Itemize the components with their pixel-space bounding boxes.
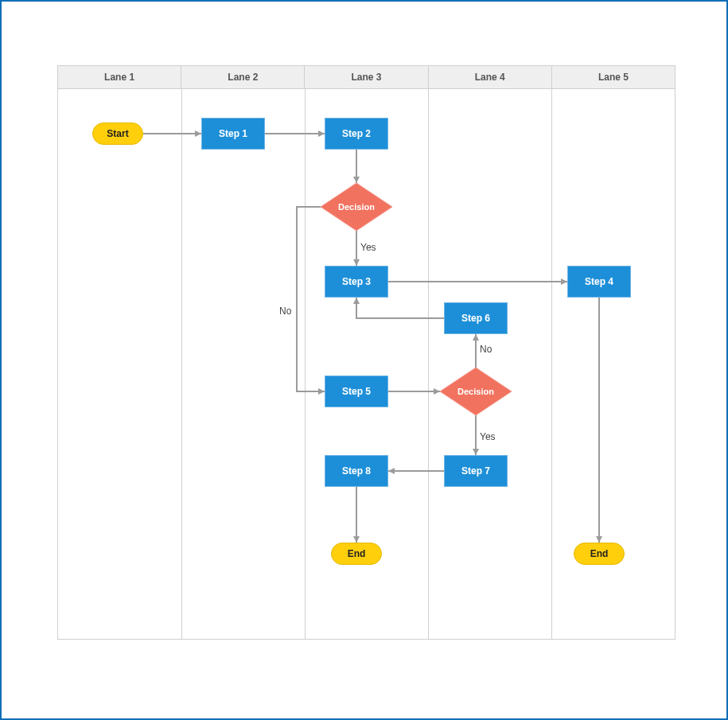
terminator-end-2: End — [574, 543, 625, 565]
edge-label-d1-yes: Yes — [360, 242, 376, 253]
lane-header-5: Lane 5 — [552, 66, 675, 88]
process-step1: Step 1 — [201, 118, 265, 150]
svg-marker-1 — [195, 130, 201, 137]
process-step8: Step 8 — [325, 455, 388, 487]
edge-label-d2-no: No — [480, 344, 492, 355]
svg-marker-10 — [561, 278, 567, 285]
terminator-start: Start — [92, 123, 143, 145]
svg-marker-16 — [473, 449, 479, 455]
process-step6: Step 6 — [444, 302, 508, 334]
svg-marker-5 — [353, 177, 360, 183]
svg-marker-19 — [353, 298, 360, 304]
svg-marker-7 — [353, 259, 360, 266]
decision-2: Decision — [440, 368, 512, 415]
lane-headers: Lane 1 Lane 2 Lane 3 Lane 4 Lane 5 — [58, 66, 675, 89]
process-step2: Step 2 — [325, 118, 388, 150]
edge-label-d2-yes: Yes — [480, 431, 496, 442]
decision-2-label: Decision — [457, 387, 494, 396]
lane-header-2: Lane 2 — [181, 66, 305, 88]
decision-1: Decision — [321, 183, 392, 231]
svg-marker-23 — [353, 536, 360, 543]
svg-marker-8 — [318, 388, 325, 395]
svg-marker-21 — [388, 468, 395, 474]
process-step3: Step 3 — [325, 266, 388, 298]
swimlane-canvas: Lane 1 Lane 2 Lane 3 Lane 4 Lane 5 — [57, 65, 675, 640]
decision-1-label: Decision — [338, 202, 375, 212]
process-step4: Step 4 — [567, 266, 631, 298]
lane-header-4: Lane 4 — [429, 66, 552, 88]
terminator-end-1: End — [331, 543, 382, 565]
edge-label-d1-no: No — [279, 306, 291, 317]
svg-marker-14 — [434, 388, 440, 395]
svg-marker-3 — [318, 130, 325, 137]
svg-marker-18 — [473, 334, 479, 341]
lane-header-3: Lane 3 — [305, 66, 428, 88]
process-step7: Step 7 — [444, 455, 508, 487]
process-step5: Step 5 — [325, 376, 388, 407]
diagram-frame: Lane 1 Lane 2 Lane 3 Lane 4 Lane 5 — [0, 0, 728, 720]
lane-header-1: Lane 1 — [58, 66, 181, 88]
swimlane-body: Start Step 1 Step 2 Decision Step 3 Step… — [58, 89, 675, 640]
svg-marker-12 — [596, 536, 602, 543]
